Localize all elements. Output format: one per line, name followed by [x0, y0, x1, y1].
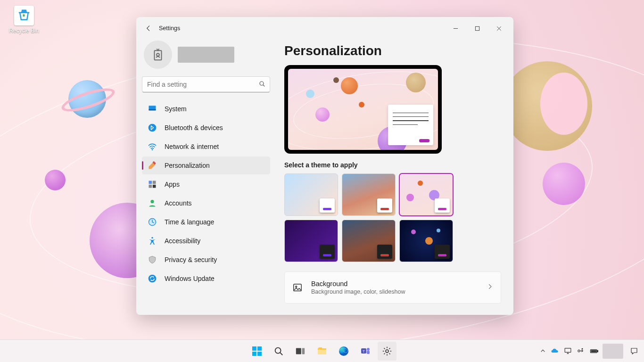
taskbar-settings-button[interactable]: [378, 342, 396, 361]
sidebar-item-update[interactable]: Windows Update: [142, 270, 270, 288]
svg-rect-23: [252, 346, 256, 351]
sidebar-item-system[interactable]: System: [142, 100, 270, 118]
wallpaper-pink-ball: [543, 163, 585, 205]
profile-block[interactable]: [142, 40, 270, 75]
sidebar-item-network[interactable]: Network & internet: [142, 138, 270, 156]
taskbar-notifications-button[interactable]: [627, 347, 641, 355]
svg-rect-4: [155, 50, 162, 60]
chevron-right-icon: [487, 283, 493, 292]
usb-eject-icon[interactable]: [577, 347, 585, 355]
svg-rect-1: [475, 26, 479, 30]
preview-window-mock: [388, 105, 433, 145]
svg-point-27: [275, 347, 281, 353]
window-titlebar[interactable]: Settings: [136, 17, 513, 40]
theme-option-5[interactable]: [342, 220, 396, 262]
setting-row-background[interactable]: Background Background image, color, slid…: [284, 272, 501, 304]
svg-point-41: [578, 350, 580, 352]
taskbar-search-button[interactable]: [269, 342, 288, 361]
window-close-button[interactable]: [488, 21, 510, 36]
theme-chip: [435, 198, 450, 213]
taskbar-edge-button[interactable]: [334, 342, 353, 361]
window-minimize-button[interactable]: [445, 21, 466, 36]
window-maximize-button[interactable]: [466, 21, 488, 36]
system-tray[interactable]: [540, 346, 599, 356]
sidebar-item-label: Time & language: [165, 218, 214, 226]
taskbar[interactable]: T: [0, 339, 644, 362]
svg-rect-24: [257, 346, 262, 351]
sidebar-item-bluetooth[interactable]: Bluetooth & devices: [142, 119, 270, 137]
settings-window: Settings SystemBluetooth & devicesNetwor: [136, 17, 513, 315]
display-icon[interactable]: [564, 347, 572, 355]
back-button[interactable]: [140, 20, 157, 37]
personalization-page: Personalization: [276, 40, 513, 315]
theme-option-6[interactable]: [399, 220, 453, 262]
sidebar: SystemBluetooth & devicesNetwork & inter…: [136, 40, 276, 315]
taskbar-teams-button[interactable]: T: [356, 342, 375, 361]
recycle-bin-icon: [14, 6, 34, 25]
theme-preview[interactable]: [284, 65, 442, 154]
svg-point-10: [149, 124, 157, 132]
svg-point-22: [296, 286, 297, 288]
sidebar-item-personalization[interactable]: Personalization: [142, 156, 270, 174]
personalization-icon: [148, 161, 157, 170]
svg-rect-44: [597, 350, 598, 352]
taskbar-center: T: [248, 342, 396, 361]
taskbar-right: [540, 344, 644, 359]
sidebar-nav: SystemBluetooth & devicesNetwork & inter…: [142, 100, 270, 288]
search-input[interactable]: [142, 76, 270, 92]
desktop-icon-label: Recycle Bin: [6, 27, 42, 34]
sidebar-item-accessibility[interactable]: Accessibility: [142, 232, 270, 250]
taskbar-language-block[interactable]: [603, 344, 623, 359]
theme-option-3[interactable]: [399, 173, 453, 216]
network-icon: [148, 142, 157, 151]
sidebar-item-label: Windows Update: [165, 275, 215, 282]
svg-rect-14: [153, 181, 156, 184]
sidebar-item-accounts[interactable]: Accounts: [142, 194, 270, 212]
svg-rect-13: [149, 181, 152, 184]
taskbar-explorer-button[interactable]: [313, 342, 331, 361]
sidebar-item-time[interactable]: Time & language: [142, 213, 270, 231]
svg-point-17: [150, 200, 154, 203]
theme-chip: [320, 198, 335, 213]
theme-grid: [284, 173, 501, 262]
page-title: Personalization: [284, 43, 501, 58]
svg-point-19: [151, 237, 153, 239]
svg-rect-45: [591, 350, 596, 352]
time-icon: [148, 217, 157, 227]
svg-rect-38: [565, 348, 571, 353]
svg-rect-16: [153, 185, 156, 188]
search-box[interactable]: [142, 76, 270, 92]
profile-name-redacted: [178, 47, 234, 63]
svg-text:T: T: [363, 349, 365, 353]
svg-rect-29: [296, 348, 301, 354]
accessibility-icon: [148, 236, 157, 246]
svg-rect-31: [318, 350, 326, 354]
theme-option-1[interactable]: [284, 173, 338, 216]
svg-rect-9: [149, 109, 156, 111]
apps-icon: [148, 180, 157, 189]
chevron-up-icon[interactable]: [540, 348, 546, 354]
svg-rect-25: [252, 352, 256, 356]
sidebar-item-label: Network & internet: [165, 143, 219, 150]
svg-point-42: [582, 348, 583, 349]
taskbar-start-button[interactable]: [248, 342, 266, 361]
sidebar-item-apps[interactable]: Apps: [142, 175, 270, 193]
theme-option-4[interactable]: [284, 220, 338, 262]
theme-chip: [377, 198, 392, 213]
onedrive-icon[interactable]: [551, 347, 559, 355]
taskbar-taskview-button[interactable]: [291, 342, 310, 361]
desktop-icon-recycle-bin[interactable]: Recycle Bin: [6, 6, 42, 34]
setting-row-subtitle: Background image, color, slideshow: [311, 288, 478, 295]
theme-option-2[interactable]: [342, 173, 396, 216]
system-icon: [148, 104, 157, 114]
sidebar-item-label: Bluetooth & devices: [165, 124, 223, 132]
svg-point-20: [149, 275, 157, 283]
sidebar-item-privacy[interactable]: Privacy & security: [142, 251, 270, 269]
svg-line-7: [263, 85, 264, 86]
app-title: Settings: [159, 25, 180, 32]
svg-point-35: [367, 348, 370, 351]
svg-rect-26: [257, 352, 262, 356]
theme-chip: [377, 245, 392, 259]
update-icon: [148, 274, 157, 283]
battery-icon[interactable]: [589, 346, 599, 356]
